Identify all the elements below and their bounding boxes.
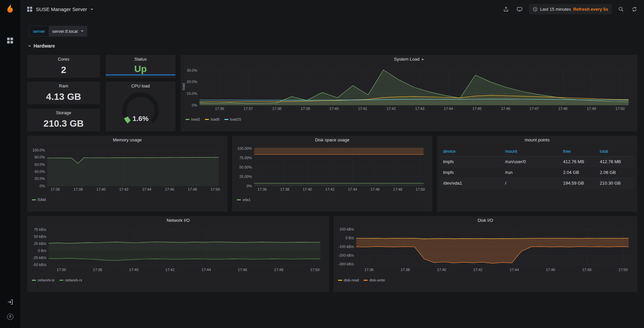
svg-text:30.0%: 30.0%	[187, 68, 197, 72]
svg-text:17:44: 17:44	[509, 268, 519, 272]
memory-usage-chart[interactable]: 0%20.0%40.0%60.0%80.0%100.0%17:3617:3817…	[31, 145, 225, 193]
table-cell: /run	[502, 167, 560, 178]
search-button[interactable]	[617, 5, 625, 13]
table-row: /dev/vda1/194.59 GB210.30 GB	[440, 178, 634, 189]
apps-grid-icon	[7, 37, 13, 44]
panel-title[interactable]: Disk I/O	[333, 216, 637, 225]
panel-title[interactable]: Status	[106, 55, 175, 64]
dashboard: server server.tf.local Hardware Cores 2 …	[20, 18, 644, 328]
row-toggle-hardware[interactable]: Hardware	[28, 43, 55, 49]
svg-text:17:50: 17:50	[211, 187, 220, 191]
dashboard-picker[interactable]: SUSE Manager Server	[27, 6, 93, 12]
svg-text:17:36: 17:36	[258, 187, 267, 191]
panel-title[interactable]: mount points	[437, 136, 637, 144]
svg-text:17:50: 17:50	[615, 107, 625, 111]
svg-text:0%: 0%	[40, 184, 45, 188]
svg-text:-200 kB/s: -200 kB/s	[338, 253, 354, 257]
legend-item-network-tx[interactable]: network-tx	[32, 278, 55, 282]
legend-item-load5[interactable]: load5	[205, 117, 220, 121]
panel-title[interactable]: Cores	[27, 55, 100, 64]
ram-value: 4.13 GB	[27, 90, 100, 103]
legend: vda1	[237, 198, 255, 202]
sign-in-icon[interactable]	[3, 295, 17, 309]
legend-item-vda1[interactable]: vda1	[237, 198, 251, 202]
svg-text:17:45: 17:45	[472, 107, 482, 111]
grafana-flame-icon	[4, 3, 16, 15]
svg-text:17:36: 17:36	[51, 187, 60, 191]
grafana-logo[interactable]	[3, 2, 17, 16]
tv-icon	[517, 6, 523, 12]
column-header-device[interactable]: device	[440, 146, 502, 156]
dashboard-title[interactable]: SUSE Manager Server	[36, 6, 87, 12]
cores-value: 2	[27, 64, 100, 76]
disk-io-chart[interactable]: -300 kB/s-200 kB/s-100 kB/s0 B/s100 kB/s…	[337, 225, 635, 273]
navbar: SUSE Manager Server Last 15 minutes Refr…	[20, 0, 644, 18]
svg-text:17:38: 17:38	[272, 107, 281, 111]
cpu-load-gauge: 1.6%	[106, 90, 175, 131]
svg-text:25 kB/s: 25 kB/s	[34, 242, 46, 246]
svg-text:75 kB/s: 75 kB/s	[34, 227, 46, 232]
refresh-interval-label: Refresh every 5s	[573, 7, 608, 12]
svg-text:17:46: 17:46	[165, 187, 174, 191]
svg-text:50.00%: 50.00%	[239, 165, 252, 169]
network-io-chart[interactable]: -50 kB/s-25 kB/s0 B/s25 kB/s50 kB/s75 kB…	[31, 225, 326, 273]
column-header-total[interactable]: total	[597, 146, 634, 156]
legend-item-RAM[interactable]: RAM	[32, 198, 46, 202]
panel-mount-points: mount points devicemountfreetotaltmpfs/r…	[437, 136, 637, 212]
svg-text:60.0%: 60.0%	[35, 162, 45, 167]
svg-text:0 B/s: 0 B/s	[38, 249, 47, 253]
panel-title[interactable]: Memory usage	[27, 136, 227, 144]
table-cell: 412.76 MB	[560, 156, 597, 167]
share-icon	[503, 6, 509, 12]
legend-item-load15[interactable]: load15	[224, 117, 241, 121]
refresh-button[interactable]	[630, 5, 639, 13]
panel-title[interactable]: Disk space usage	[232, 136, 432, 144]
column-header-mount[interactable]: mount	[502, 146, 560, 156]
share-button[interactable]	[502, 5, 510, 13]
panel-title[interactable]: Network I/O	[27, 216, 329, 225]
svg-text:17:50: 17:50	[310, 268, 320, 272]
tv-cycle-button[interactable]	[515, 5, 524, 13]
table-cell: /dev/vda1	[440, 178, 502, 189]
svg-text:20.0%: 20.0%	[187, 80, 197, 84]
svg-text:17:42: 17:42	[165, 268, 175, 272]
chevron-down-icon	[421, 59, 424, 60]
clock-icon	[533, 7, 538, 12]
system-load-chart[interactable]: 0%10.0%20.0%30.0%17:3617:3717:3817:3917:…	[184, 64, 635, 112]
legend-item-disk-read[interactable]: disk-read	[338, 278, 359, 282]
column-header-free[interactable]: free	[560, 146, 597, 156]
dashboards-icon[interactable]	[3, 34, 17, 47]
variable-label: server	[29, 26, 49, 36]
svg-text:17:44: 17:44	[142, 187, 152, 191]
disk-space-chart[interactable]: 0%25.00%50.00%75.00%100.00%17:3617:3817:…	[235, 145, 430, 193]
svg-text:17:49: 17:49	[587, 107, 596, 111]
svg-text:17:44: 17:44	[444, 107, 453, 111]
navbar-actions: Last 15 minutes Refresh every 5s	[502, 4, 639, 14]
svg-text:80.0%: 80.0%	[35, 155, 45, 159]
legend-item-disk-write[interactable]: disk-write	[364, 278, 385, 282]
sidebar: ?	[0, 0, 20, 328]
question-mark-icon: ?	[7, 314, 13, 320]
panel-network-io: Network I/O -50 kB/s-25 kB/s0 B/s25 kB/s…	[27, 216, 329, 292]
variable-value-dropdown[interactable]: server.tf.local	[49, 26, 87, 36]
panel-status: Status Up	[106, 55, 175, 78]
help-icon[interactable]: ?	[3, 310, 17, 323]
panel-title[interactable]: System Load	[181, 55, 637, 64]
svg-text:17:50: 17:50	[416, 187, 425, 191]
svg-text:17:46: 17:46	[370, 187, 380, 191]
legend-item-load1[interactable]: load1	[185, 117, 200, 121]
svg-text:17:44: 17:44	[348, 187, 357, 191]
panel-title[interactable]: Ram	[27, 82, 100, 90]
svg-text:50 kB/s: 50 kB/s	[34, 235, 46, 239]
svg-text:0 B/s: 0 B/s	[345, 236, 354, 240]
svg-text:0%: 0%	[247, 184, 252, 188]
svg-text:17:40: 17:40	[96, 187, 106, 191]
legend-item-network-rx[interactable]: network-rx	[59, 278, 82, 282]
svg-text:17:50: 17:50	[619, 268, 628, 272]
svg-text:20.0%: 20.0%	[35, 177, 45, 181]
panel-title[interactable]: CPU load	[106, 82, 175, 90]
table-cell: tmpfs	[440, 156, 502, 167]
svg-text:17:40: 17:40	[329, 107, 339, 111]
panel-title[interactable]: Storage	[27, 109, 100, 117]
time-picker-button[interactable]: Last 15 minutes Refresh every 5s	[529, 4, 612, 14]
